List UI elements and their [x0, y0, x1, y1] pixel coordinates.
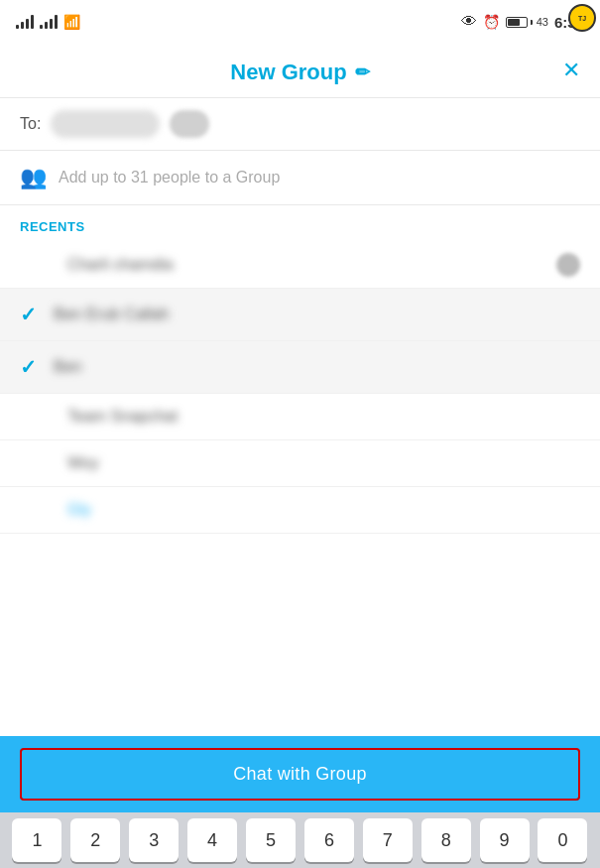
- title-text: New Group: [230, 60, 346, 85]
- header: New Group ✏ ✕: [0, 44, 600, 98]
- contact-item[interactable]: Charli chamdia: [0, 242, 600, 289]
- header-title: New Group ✏: [230, 60, 369, 85]
- contact-name: Team Snapchat: [67, 408, 580, 426]
- battery-level: 43: [537, 16, 548, 28]
- contact-name: Woy: [67, 454, 580, 472]
- checkmark-icon: ✓: [20, 303, 40, 326]
- contact-avatar: [556, 253, 580, 277]
- eye-icon: 👁: [461, 13, 477, 31]
- contact-name: Ben Erub Callah: [54, 306, 580, 323]
- close-button[interactable]: ✕: [562, 58, 580, 83]
- chat-with-group-button[interactable]: Chat with Group: [20, 748, 580, 801]
- key-2[interactable]: 2: [70, 818, 120, 862]
- bottom-cta-area: Chat with Group: [0, 736, 600, 812]
- contact-item[interactable]: Gly: [0, 487, 600, 534]
- description-text: Add up to 31 people to a Group: [59, 169, 280, 186]
- techjunkie-badge: TJ: [568, 4, 596, 32]
- key-1[interactable]: 1: [12, 818, 61, 862]
- key-0[interactable]: 0: [538, 818, 587, 862]
- recents-header: RECENTS: [0, 205, 600, 242]
- contact-item[interactable]: ✓ Ben Erub Callah: [0, 289, 600, 341]
- key-7[interactable]: 7: [363, 818, 413, 862]
- key-6[interactable]: 6: [304, 818, 354, 862]
- signal-icon-2: [40, 15, 58, 29]
- keyboard: 1 2 3 4 5 6 7 8 9 0: [0, 812, 600, 868]
- battery-icon: 43: [506, 16, 548, 28]
- recipient-pill-2: [170, 110, 209, 138]
- status-left: 📶: [16, 14, 80, 30]
- wifi-icon: 📶: [63, 14, 80, 30]
- key-3[interactable]: 3: [129, 818, 179, 862]
- contact-list: Charli chamdia ✓ Ben Erub Callah ✓ Ben T…: [0, 242, 600, 736]
- contact-item[interactable]: ✓ Ben: [0, 341, 600, 394]
- description-row: 👥 Add up to 31 people to a Group: [0, 151, 600, 205]
- contact-name: Gly: [67, 501, 580, 519]
- key-5[interactable]: 5: [246, 818, 296, 862]
- status-right: 👁 ⏰ 43 6:34: [461, 13, 584, 31]
- edit-icon[interactable]: ✏: [355, 62, 370, 83]
- group-people-icon: 👥: [20, 165, 47, 190]
- status-bar: 📶 👁 ⏰ 43 6:34: [0, 0, 600, 44]
- key-8[interactable]: 8: [421, 818, 471, 862]
- to-field: To:: [0, 98, 600, 151]
- contact-item[interactable]: Team Snapchat: [0, 394, 600, 440]
- key-4[interactable]: 4: [187, 818, 237, 862]
- checkmark-icon: ✓: [20, 355, 40, 379]
- key-9[interactable]: 9: [480, 818, 530, 862]
- main-content: New Group ✏ ✕ To: 👥 Add up to 31 people …: [0, 44, 600, 736]
- contact-item[interactable]: Woy: [0, 440, 600, 487]
- recipient-pill-1: [51, 110, 160, 138]
- clock-icon: ⏰: [483, 14, 500, 30]
- contact-name: Ben: [54, 358, 580, 376]
- to-label: To:: [20, 115, 41, 133]
- phone-frame: TJ 📶 👁 ⏰ 43 6:34: [0, 0, 600, 868]
- contact-name: Charli chamdia: [67, 256, 580, 274]
- signal-icon: [16, 15, 34, 29]
